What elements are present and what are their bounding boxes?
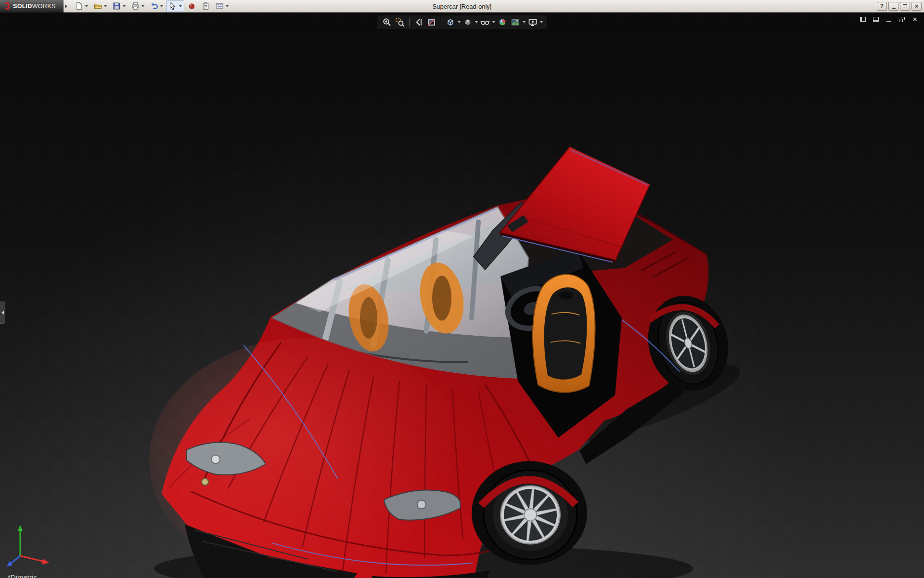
zoom-to-fit-icon: [382, 17, 392, 27]
print-icon: [131, 2, 140, 10]
section-view-button[interactable]: [425, 16, 438, 28]
save-button[interactable]: [111, 1, 122, 11]
hide-show-items-button[interactable]: [479, 16, 491, 28]
table-grid-icon: [216, 2, 224, 10]
view-orientation-button[interactable]: [444, 16, 457, 28]
front-wheel: [472, 461, 587, 565]
titlebar: SOLIDWORKS: [0, 0, 924, 13]
doc-pane-bottom-button[interactable]: [872, 15, 880, 23]
help-button[interactable]: ?: [877, 2, 887, 11]
window-controls: ? ×: [877, 2, 924, 11]
close-button[interactable]: ×: [911, 2, 922, 11]
select-group: [166, 0, 184, 12]
left-fog-light: [202, 479, 208, 486]
new-document-button[interactable]: [74, 1, 84, 11]
help-icon: ?: [880, 3, 884, 10]
apply-scene-button[interactable]: [509, 16, 522, 28]
menu-expand-icon[interactable]: [64, 0, 68, 13]
triad-y-axis: [18, 525, 23, 531]
open-group: [91, 0, 109, 12]
orientation-triad: [3, 518, 56, 571]
doc-close-button[interactable]: ×: [911, 15, 919, 23]
zoom-to-fit-button[interactable]: [381, 16, 393, 28]
display-style-button[interactable]: [462, 16, 474, 28]
previous-view-button[interactable]: [412, 16, 425, 28]
appearance-ball-icon: [188, 2, 196, 10]
undo-dropdown-caret[interactable]: [160, 5, 163, 7]
triad-x-axis: [42, 559, 49, 565]
hide-show-items-caret[interactable]: [492, 21, 495, 23]
open-dropdown-caret[interactable]: [104, 5, 107, 7]
select-dropdown-caret[interactable]: [179, 5, 182, 7]
save-floppy-icon: [113, 2, 121, 10]
display-style-icon: [463, 17, 473, 27]
doc-minimize-icon: [886, 17, 891, 22]
feature-tree-collapse-tab[interactable]: [0, 302, 5, 324]
options-button[interactable]: [214, 1, 225, 11]
brand-text: SOLIDWORKS: [13, 3, 55, 10]
solidworks-3ds-mark-icon: [3, 2, 11, 10]
doc-pane-left-button[interactable]: [859, 15, 867, 23]
display-style-caret[interactable]: [475, 21, 478, 23]
maximize-button[interactable]: [900, 2, 910, 11]
print-button[interactable]: [130, 1, 141, 11]
print-dropdown-caret[interactable]: [141, 5, 144, 7]
window-title: Supercar [Read-only]: [433, 2, 492, 10]
zoom-to-area-icon: [395, 17, 405, 27]
document-window-controls: ×: [859, 15, 919, 23]
collapse-arrow-icon: [1, 311, 4, 315]
view-settings-icon: [528, 17, 538, 27]
undo-button[interactable]: [149, 1, 159, 11]
hud-divider: [409, 18, 410, 26]
section-view-icon: [427, 17, 436, 27]
minimize-icon: [892, 8, 896, 9]
print-group: [128, 0, 147, 12]
open-folder-icon: [94, 2, 102, 10]
doc-restore-icon: [899, 17, 905, 22]
undo-group: [147, 0, 166, 12]
edit-appearance-ball-icon: [498, 17, 507, 27]
pane-bottom-icon: [873, 17, 879, 22]
save-dropdown-caret[interactable]: [123, 5, 126, 7]
new-document-group: [72, 0, 90, 12]
hud-divider: [441, 18, 441, 26]
solidworks-window: SOLIDWORKS: [0, 0, 924, 578]
graphics-viewport[interactable]: ×: [0, 13, 924, 578]
view-settings-button[interactable]: [526, 16, 539, 28]
view-orientation-cube-icon: [446, 17, 455, 27]
supercar-model: [0, 13, 924, 578]
driver-seat: [533, 275, 595, 393]
edit-appearance-button[interactable]: [496, 16, 509, 28]
new-document-icon: [75, 2, 83, 10]
apply-scene-caret[interactable]: [523, 21, 526, 23]
heads-up-toolbar: [377, 15, 547, 29]
maximize-icon: [903, 4, 907, 8]
view-orientation-caret[interactable]: [458, 21, 461, 23]
sheet-properties-group: [199, 0, 212, 12]
apply-scene-icon: [511, 17, 520, 27]
select-cursor-icon: [169, 2, 177, 10]
doc-close-icon: ×: [913, 16, 917, 23]
view-settings-caret[interactable]: [540, 21, 543, 23]
appearance-group: [185, 0, 198, 12]
zoom-to-area-button[interactable]: [394, 16, 406, 28]
view-orientation-label: *Dimetric: [8, 573, 37, 578]
solidworks-logo[interactable]: SOLIDWORKS: [0, 0, 64, 13]
close-icon: ×: [915, 3, 918, 10]
appearance-button[interactable]: [186, 1, 197, 11]
hide-show-glasses-icon: [480, 17, 490, 27]
undo-arrow-icon: [150, 2, 158, 10]
previous-view-icon: [414, 17, 424, 27]
options-dropdown-caret[interactable]: [226, 5, 229, 7]
save-group: [110, 0, 128, 12]
main-toolbar: [72, 0, 231, 12]
open-button[interactable]: [92, 1, 103, 11]
clipboard-icon: [202, 2, 210, 10]
pane-left-icon: [860, 17, 866, 22]
doc-minimize-button[interactable]: [885, 15, 893, 23]
doc-restore-button[interactable]: [898, 15, 906, 23]
sheet-properties-button[interactable]: [200, 1, 211, 11]
new-document-dropdown-caret[interactable]: [85, 5, 88, 7]
minimize-button[interactable]: [888, 2, 898, 11]
select-button[interactable]: [167, 1, 178, 11]
